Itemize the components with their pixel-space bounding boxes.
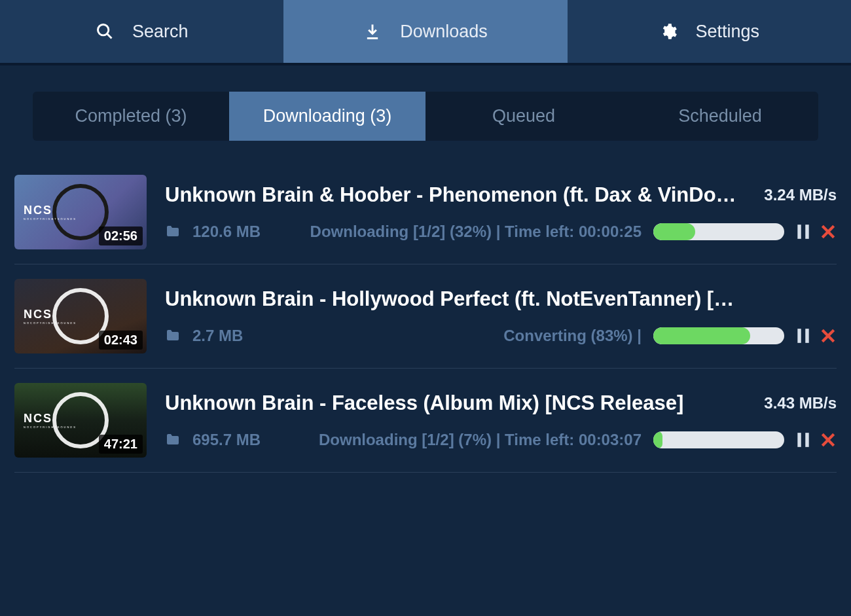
nav-settings[interactable]: Settings [568, 0, 851, 63]
item-status: Downloading [1/2] (7%) | Time left: 00:0… [272, 431, 642, 449]
downloads-list: NCSNOCOPYRIGHTSOUNDS 02:56 Unknown Brain… [0, 160, 851, 473]
duration-badge: 02:43 [99, 331, 143, 350]
item-size: 120.6 MB [192, 223, 261, 241]
gear-icon [659, 22, 678, 41]
item-size: 2.7 MB [192, 327, 243, 345]
svg-rect-10 [797, 433, 801, 447]
tab-scheduled[interactable]: Scheduled [622, 92, 818, 141]
duration-badge: 47:21 [99, 435, 143, 454]
tab-completed[interactable]: Completed (3) [33, 92, 229, 141]
item-title: Unknown Brain - Hollywood Perfect (ft. N… [165, 287, 825, 311]
download-row: NCSNOCOPYRIGHTSOUNDS 47:21 Unknown Brain… [14, 369, 837, 473]
nav-search-label: Search [132, 22, 189, 42]
svg-rect-7 [805, 329, 808, 343]
subtabs: Completed (3) Downloading (3) Queued Sch… [33, 92, 818, 141]
thumbnail[interactable]: NCSNOCOPYRIGHTSOUNDS 02:43 [14, 279, 147, 353]
svg-rect-2 [797, 225, 801, 239]
thumbnail[interactable]: NCSNOCOPYRIGHTSOUNDS 02:56 [14, 175, 147, 249]
item-size: 695.7 MB [192, 431, 261, 449]
tab-queued[interactable]: Queued [426, 92, 622, 141]
search-icon [96, 22, 114, 41]
folder-icon[interactable] [165, 328, 181, 344]
tab-downloading[interactable]: Downloading (3) [229, 92, 426, 141]
ncs-tag: NCSNOCOPYRIGHTSOUNDS [24, 308, 77, 325]
download-row: NCSNOCOPYRIGHTSOUNDS 02:43 Unknown Brain… [14, 264, 837, 369]
item-title: Unknown Brain & Hoober - Phenomenon (ft.… [165, 183, 752, 207]
progress-bar [653, 327, 784, 344]
nav-downloads-label: Downloads [400, 22, 488, 42]
svg-rect-11 [805, 433, 808, 447]
folder-icon[interactable] [165, 224, 181, 240]
item-title: Unknown Brain - Faceless (Album Mix) [NC… [165, 391, 752, 415]
duration-badge: 02:56 [99, 226, 143, 245]
item-status: Converting (83%) | [255, 327, 642, 345]
svg-line-1 [107, 34, 111, 39]
ncs-tag: NCSNOCOPYRIGHTSOUNDS [24, 412, 77, 429]
download-icon [363, 22, 382, 41]
progress-bar [653, 431, 784, 448]
folder-icon[interactable] [165, 432, 181, 448]
nav-downloads[interactable]: Downloads [283, 0, 567, 63]
pause-button[interactable] [796, 327, 810, 344]
cancel-button[interactable] [820, 431, 837, 448]
svg-rect-3 [805, 225, 808, 239]
download-row: NCSNOCOPYRIGHTSOUNDS 02:56 Unknown Brain… [14, 160, 837, 264]
progress-bar [653, 223, 784, 240]
nav-search[interactable]: Search [0, 0, 283, 63]
item-status: Downloading [1/2] (32%) | Time left: 00:… [272, 223, 642, 241]
svg-point-0 [98, 25, 108, 35]
cancel-button[interactable] [820, 223, 837, 240]
pause-button[interactable] [796, 223, 810, 240]
item-speed: 3.24 MB/s [764, 186, 837, 204]
cancel-button[interactable] [820, 327, 837, 344]
nav-settings-label: Settings [696, 22, 760, 42]
item-speed: 3.43 MB/s [764, 394, 837, 412]
svg-rect-6 [797, 329, 801, 343]
ncs-tag: NCSNOCOPYRIGHTSOUNDS [24, 204, 77, 221]
pause-button[interactable] [796, 431, 810, 448]
thumbnail[interactable]: NCSNOCOPYRIGHTSOUNDS 47:21 [14, 383, 147, 458]
